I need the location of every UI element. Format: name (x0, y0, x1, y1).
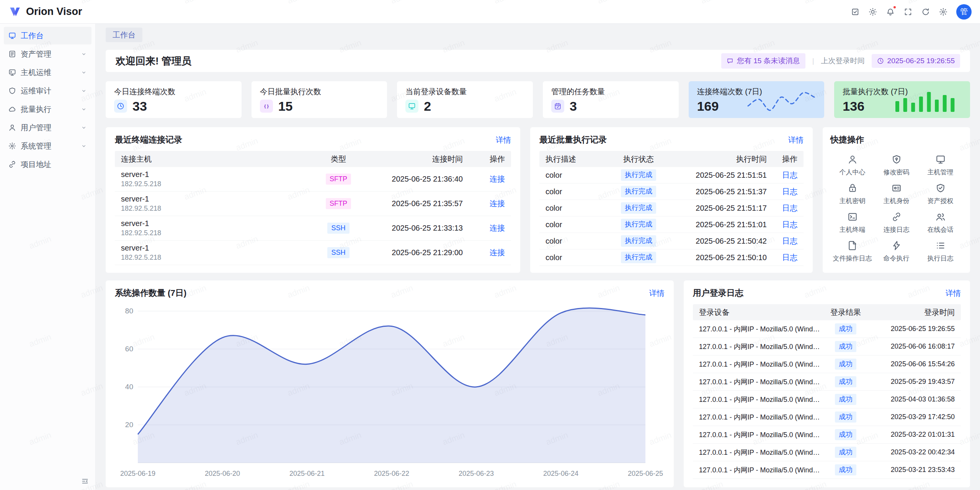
quick-action-0[interactable]: 个人中心 (830, 151, 874, 180)
status-badge: 成功 (835, 411, 856, 423)
quick-action-3[interactable]: 主机密钥 (830, 180, 874, 208)
quick-action-2[interactable]: 主机管理 (918, 151, 962, 180)
chevron-down-icon (81, 51, 87, 57)
app-root: adminadminadminadminadminadminadminadmin… (0, 0, 980, 490)
terminal-records-detail-link[interactable]: 详情 (496, 135, 511, 145)
panel-title: 系统操作数量 (7日) (115, 287, 186, 299)
last-login-time-badge: 2025-06-25 19:26:55 (872, 54, 960, 68)
connect-link[interactable]: 连接 (490, 175, 505, 183)
check-square-icon (851, 8, 859, 16)
audit-icon (8, 87, 16, 95)
system-operations-panel: 系统操作数量 (7日) 详情 204060802025-06-192025-06… (106, 280, 674, 487)
log-link[interactable]: 日志 (782, 204, 797, 212)
terminal-icon (848, 212, 858, 222)
stat-card-terminal-7d: 连接终端次数 (7日) 169 (689, 81, 825, 118)
sidebar-menu: 工作台资产管理主机运维运维审计批量执行用户管理系统管理项目地址 (0, 26, 95, 472)
chart-detail-link[interactable]: 详情 (649, 288, 665, 298)
avatar[interactable]: 管 (956, 4, 972, 20)
log-link[interactable]: 日志 (782, 237, 797, 245)
svg-text:40: 40 (125, 383, 133, 391)
log-link[interactable]: 日志 (782, 171, 797, 179)
table-row: 127.0.0.1 - 内网IP - Mozilla/5.0 (Windows … (693, 461, 961, 479)
sidebar-item-5[interactable]: 用户管理 (4, 119, 91, 136)
panel-title: 最近终端连接记录 (115, 134, 182, 146)
notifications-button[interactable] (883, 4, 898, 20)
list-icon (936, 241, 946, 251)
sidebar-item-0[interactable]: 工作台 (4, 27, 91, 44)
table-row: color执行完成2025-06-25 21:51:01日志 (539, 216, 804, 233)
brand-logo[interactable]: Orion Visor (8, 5, 82, 18)
panel-title: 用户登录日志 (693, 287, 743, 299)
status-badge: 成功 (835, 447, 856, 458)
quick-action-7[interactable]: 连接日志 (874, 208, 918, 237)
status-badge: 成功 (835, 341, 856, 352)
sun-icon (869, 8, 877, 16)
quick-action-8[interactable]: 在线会话 (918, 208, 962, 237)
system-operations-chart: 204060802025-06-192025-06-202025-06-2120… (115, 304, 665, 480)
unread-messages-badge[interactable]: 您有 15 条未读消息 (721, 53, 805, 69)
welcome-title: 欢迎回来! 管理员 (116, 54, 191, 68)
logo-icon (8, 5, 21, 18)
table-row: server-1182.92.5.218SSH2025-06-25 21:29:… (115, 241, 511, 265)
sidebar-item-2[interactable]: 主机运维 (4, 64, 91, 81)
table-row: 127.0.0.1 - 内网IP - Mozilla/5.0 (Windows … (693, 391, 961, 408)
refresh-icon (921, 8, 930, 16)
theme-toggle-button[interactable] (865, 4, 880, 20)
svg-text:20: 20 (125, 421, 133, 429)
fullscreen-icon (904, 8, 912, 16)
lightning-icon (892, 241, 902, 251)
login-logs-detail-link[interactable]: 详情 (946, 288, 961, 298)
table-row: 127.0.0.1 - 内网IP - Mozilla/5.0 (Windows … (693, 320, 961, 338)
table-row: server-1182.92.5.218SFTP2025-06-25 21:36… (115, 167, 511, 192)
workbench-icon (8, 32, 16, 39)
quick-action-6[interactable]: 主机终端 (830, 208, 874, 237)
sidebar-collapse-button[interactable] (79, 475, 91, 487)
host-ops-icon (8, 69, 16, 76)
braces-icon: { } (260, 100, 273, 113)
table-row: 127.0.0.1 - 内网IP - Mozilla/5.0 (Windows … (693, 356, 961, 373)
table-row: color执行完成2025-06-25 21:51:37日志 (539, 184, 804, 200)
check-square-button[interactable] (848, 4, 863, 20)
notification-badge-dot (893, 5, 897, 9)
chevron-down-icon (81, 88, 87, 94)
sidebar-item-1[interactable]: 资产管理 (4, 45, 91, 63)
fullscreen-button[interactable] (900, 4, 916, 20)
status-badge: 执行完成 (621, 169, 656, 180)
protocol-tag: SFTP (326, 174, 351, 185)
connect-link[interactable]: 连接 (490, 224, 505, 232)
link-icon (8, 161, 16, 168)
log-link[interactable]: 日志 (782, 187, 797, 196)
quick-action-11[interactable]: 执行日志 (918, 237, 962, 266)
quick-action-10[interactable]: 命令执行 (874, 237, 918, 266)
table-header: 连接主机 类型 连接时间 操作 (115, 151, 511, 167)
batch-icon (8, 105, 16, 113)
table-header: 执行描述 执行状态 执行时间 操作 (539, 151, 804, 167)
svg-text:{ }: { } (264, 104, 269, 108)
quick-action-5[interactable]: 资产授权 (918, 180, 962, 208)
quick-action-9[interactable]: 文件操作日志 (830, 237, 874, 266)
log-link[interactable]: 日志 (782, 220, 797, 229)
svg-text:2025-06-20: 2025-06-20 (205, 470, 240, 477)
connect-link[interactable]: 连接 (490, 248, 505, 257)
sidebar-item-3[interactable]: 运维审计 (4, 82, 91, 100)
quick-action-4[interactable]: 主机身份 (874, 180, 918, 208)
refresh-button[interactable] (918, 4, 933, 20)
stat-card-batch-today: 今日批量执行次数 { } 15 (252, 81, 387, 118)
batch-records-detail-link[interactable]: 详情 (788, 135, 804, 145)
status-badge: 成功 (835, 359, 856, 370)
breadcrumb-item-workbench[interactable]: 工作台 (106, 28, 142, 42)
person-icon (848, 154, 858, 164)
table-row: color执行完成2025-06-25 21:51:17日志 (539, 200, 804, 216)
settings-button[interactable] (936, 4, 951, 20)
status-badge: 成功 (835, 429, 856, 440)
shield-lock-icon (892, 154, 902, 164)
quick-action-1[interactable]: 修改密码 (874, 151, 918, 180)
batch-records-panel: 最近批量执行记录 详情 执行描述 执行状态 执行时间 操作 color执行完成2… (530, 127, 813, 273)
protocol-tag: SFTP (326, 198, 351, 209)
log-link[interactable]: 日志 (782, 253, 797, 262)
stat-card-tasks: 管理的任务数量 3 (543, 81, 679, 118)
sidebar-item-4[interactable]: 批量执行 (4, 100, 91, 118)
connect-link[interactable]: 连接 (490, 199, 505, 208)
sidebar-item-7[interactable]: 项目地址 (4, 156, 91, 173)
sidebar-item-6[interactable]: 系统管理 (4, 137, 91, 155)
